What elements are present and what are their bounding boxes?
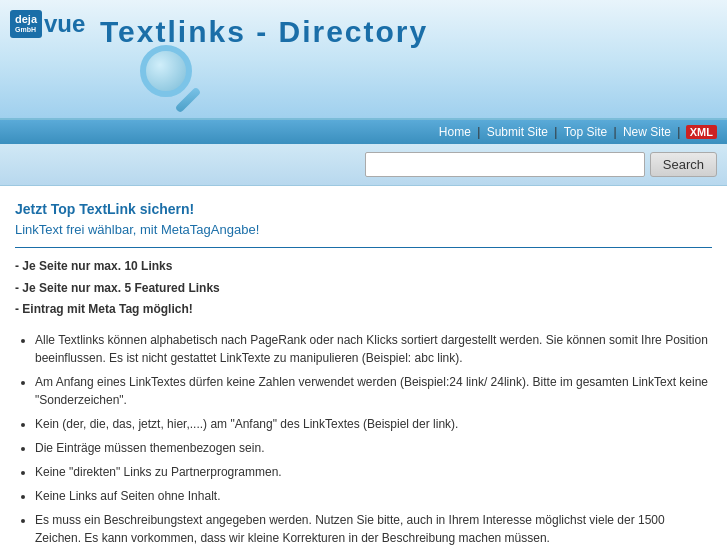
bullet-item: Die Einträge müssen themenbezogen sein. — [35, 439, 712, 457]
promo-divider — [15, 247, 712, 248]
xml-badge[interactable]: XML — [686, 125, 717, 139]
logo-box: deja GmbH — [10, 10, 42, 38]
bullet-item: Alle Textlinks können alphabetisch nach … — [35, 331, 712, 367]
content-area: Jetzt Top TextLink sichern! LinkText fre… — [0, 186, 727, 545]
promo-point-3: - Eintrag mit Meta Tag möglich! — [15, 299, 712, 321]
promo-list: - Je Seite nur max. 10 Links - Je Seite … — [15, 256, 712, 321]
search-button[interactable]: Search — [650, 152, 717, 177]
logo-area: deja GmbH vue — [10, 10, 85, 38]
bullet-item: Es muss ein Beschreibungstext angegeben … — [35, 511, 712, 545]
header: deja GmbH vue Textlinks - Directory — [0, 0, 727, 120]
promo-point-2: - Je Seite nur max. 5 Featured Links — [15, 278, 712, 300]
bullet-item: Kein (der, die, das, jetzt, hier,....) a… — [35, 415, 712, 433]
nav-top[interactable]: Top Site — [564, 125, 607, 139]
logo-vue: vue — [44, 10, 85, 38]
bullet-item: Am Anfang eines LinkTextes dürfen keine … — [35, 373, 712, 409]
promo-point-1: - Je Seite nur max. 10 Links — [15, 256, 712, 278]
promo-subtitle: LinkText frei wählbar, mit MetaTagAngabe… — [15, 220, 712, 241]
site-title: Textlinks - Directory — [100, 15, 428, 49]
promo-box: Jetzt Top TextLink sichern! LinkText fre… — [15, 198, 712, 321]
magnifier-icon — [140, 45, 220, 120]
search-input[interactable] — [365, 152, 645, 177]
nav-home[interactable]: Home — [439, 125, 471, 139]
magnifier-lens — [140, 45, 192, 97]
promo-title: Jetzt Top TextLink sichern! — [15, 198, 712, 220]
bullet-item: Keine Links auf Seiten ohne Inhalt. — [35, 487, 712, 505]
logo-gmbh: GmbH — [15, 26, 37, 34]
nav-new[interactable]: New Site — [623, 125, 671, 139]
nav-bar: Home | Submit Site | Top Site | New Site… — [0, 120, 727, 144]
nav-submit[interactable]: Submit Site — [487, 125, 548, 139]
bullet-item: Keine "direkten" Links zu Partnerprogram… — [35, 463, 712, 481]
logo-deja: deja — [15, 13, 37, 26]
search-bar: Search — [0, 144, 727, 186]
bullet-list: Alle Textlinks können alphabetisch nach … — [15, 331, 712, 545]
